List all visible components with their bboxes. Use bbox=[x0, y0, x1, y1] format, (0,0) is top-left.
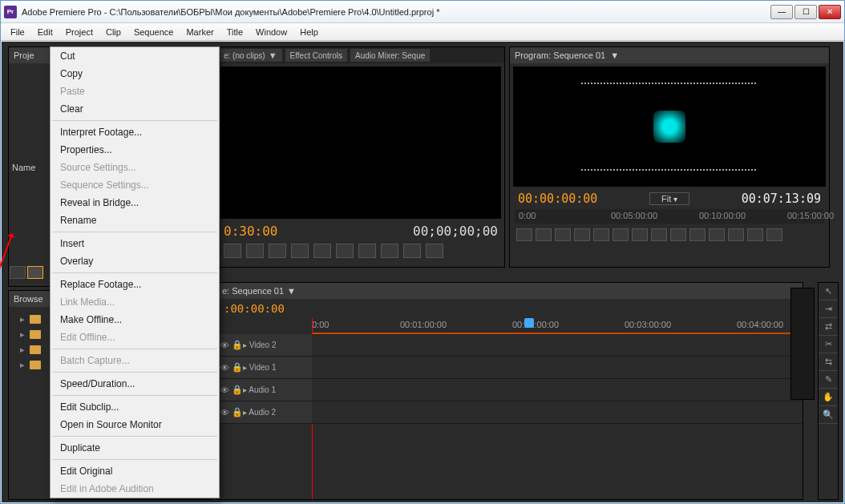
track-body[interactable] bbox=[312, 379, 803, 401]
source-tab[interactable]: Audio Mixer: Seque bbox=[350, 49, 430, 62]
menu-help[interactable]: Help bbox=[293, 26, 325, 38]
track-row[interactable]: 👁🔒 ▸ Video 1 bbox=[217, 357, 803, 379]
audio-meter bbox=[790, 288, 815, 400]
step-fwd-button[interactable] bbox=[336, 244, 354, 258]
context-menu-item[interactable]: Edit Original bbox=[51, 462, 219, 480]
source-viewer[interactable] bbox=[220, 67, 501, 219]
loop-button[interactable] bbox=[381, 244, 398, 258]
step-back-button[interactable] bbox=[291, 244, 309, 258]
context-menu-item[interactable]: Make Offline... bbox=[51, 311, 219, 329]
context-menu-item: Source Settings... bbox=[51, 159, 219, 176]
track-header[interactable]: 👁🔒 ▸ Video 1 bbox=[217, 357, 312, 378]
track-row[interactable]: 👁🔒 ▸ Video 2 bbox=[217, 334, 803, 357]
prog-trim-button[interactable] bbox=[766, 228, 782, 241]
source-tab[interactable]: Effect Controls bbox=[285, 49, 347, 62]
prog-unlink-button[interactable] bbox=[555, 228, 571, 241]
program-tab[interactable]: Program: Sequence 01 ▼ bbox=[510, 47, 829, 63]
track-select-tool[interactable]: ⇥ bbox=[819, 300, 838, 318]
play-button[interactable] bbox=[313, 244, 331, 258]
context-menu-item[interactable]: Cut bbox=[51, 47, 219, 65]
safe-margin-bottom bbox=[581, 169, 758, 171]
track-header[interactable]: 👁🔒 ▸ Video 2 bbox=[217, 334, 312, 356]
timeline-timecode[interactable]: :00:00:00 bbox=[217, 299, 803, 318]
ruler-mark: 00:04:00:00 bbox=[737, 320, 783, 329]
prog-extract-button[interactable] bbox=[747, 228, 763, 241]
context-menu-item[interactable]: Rename bbox=[51, 212, 219, 229]
pen-tool[interactable]: ✎ bbox=[819, 371, 838, 389]
goto-in-button[interactable] bbox=[269, 244, 286, 258]
menu-separator bbox=[52, 120, 217, 121]
overlay-button[interactable] bbox=[426, 244, 443, 258]
timeline-ruler[interactable]: 0:0000:01:00:0000:02:00:0000:03:00:0000:… bbox=[312, 318, 803, 334]
track-row[interactable]: 👁🔒 ▸ Audio 2 bbox=[217, 401, 803, 424]
prog-lift-button[interactable] bbox=[728, 228, 744, 241]
context-menu-item[interactable]: Properties... bbox=[51, 141, 219, 159]
prog-step-back-button[interactable] bbox=[593, 228, 609, 241]
program-ruler[interactable]: 0:0000:05:00:0000:10:00:0000:15:00:00 bbox=[515, 209, 824, 224]
set-out-button[interactable] bbox=[246, 244, 264, 258]
list-view-button[interactable] bbox=[10, 266, 26, 279]
context-menu-item[interactable]: Edit Subclip... bbox=[51, 398, 219, 416]
source-tab[interactable]: e: (no clips)▼ bbox=[219, 49, 282, 62]
menu-sequence[interactable]: Sequence bbox=[127, 26, 180, 38]
program-timecode-current[interactable]: 00:00:00:00 bbox=[518, 192, 597, 206]
track-header[interactable]: 👁🔒 ▸ Audio 1 bbox=[217, 379, 312, 401]
menu-title[interactable]: Title bbox=[220, 26, 249, 38]
icon-view-button[interactable] bbox=[27, 266, 43, 279]
prog-loop-button[interactable] bbox=[670, 228, 686, 241]
prog-step-fwd-button[interactable] bbox=[632, 228, 648, 241]
context-menu-item[interactable]: Interpret Footage... bbox=[51, 123, 219, 141]
menu-edit[interactable]: Edit bbox=[31, 26, 59, 38]
context-menu-item[interactable]: Clear bbox=[51, 100, 219, 118]
menu-separator bbox=[52, 232, 217, 232]
prog-goto-out-button[interactable] bbox=[651, 228, 667, 241]
maximize-button[interactable]: ☐ bbox=[794, 5, 817, 19]
slip-tool[interactable]: ⇆ bbox=[819, 353, 838, 371]
context-menu-item[interactable]: Speed/Duration... bbox=[51, 375, 219, 393]
prog-export-frame-button[interactable] bbox=[709, 228, 725, 241]
prog-in-button[interactable] bbox=[516, 228, 532, 241]
track-body[interactable] bbox=[312, 357, 803, 378]
zoom-fit-dropdown[interactable]: Fit ▾ bbox=[649, 192, 689, 205]
context-menu-item[interactable]: Open in Source Monitor bbox=[51, 416, 219, 433]
source-timecode-in[interactable]: 0:30:00 bbox=[224, 224, 277, 239]
menu-marker[interactable]: Marker bbox=[180, 26, 220, 38]
context-menu-item[interactable]: Insert bbox=[51, 235, 219, 252]
insert-button[interactable] bbox=[403, 244, 421, 258]
context-menu-item[interactable]: Copy bbox=[51, 65, 219, 83]
ripple-edit-tool[interactable]: ⇄ bbox=[819, 318, 838, 336]
hand-tool[interactable]: ✋ bbox=[819, 389, 838, 406]
close-button[interactable]: ✕ bbox=[819, 5, 841, 19]
menu-project[interactable]: Project bbox=[59, 26, 99, 38]
track-body[interactable] bbox=[312, 401, 803, 423]
zoom-tool[interactable]: 🔍 bbox=[819, 406, 838, 424]
prog-play-button[interactable] bbox=[613, 228, 629, 241]
context-menu-item[interactable]: Replace Footage... bbox=[51, 276, 219, 293]
ruler-mark: 00:03:00:00 bbox=[625, 320, 671, 329]
menu-window[interactable]: Window bbox=[249, 26, 293, 38]
set-in-button[interactable] bbox=[224, 244, 241, 258]
menu-file[interactable]: File bbox=[4, 26, 31, 38]
program-viewer[interactable] bbox=[513, 67, 826, 187]
menu-clip[interactable]: Clip bbox=[99, 26, 127, 38]
track-body[interactable] bbox=[312, 334, 803, 356]
selection-tool[interactable]: ↖ bbox=[819, 283, 838, 300]
titlebar[interactable]: Pr Adobe Premiere Pro - C:\Пользователи\… bbox=[1, 1, 844, 23]
ruler-mark: 0:00 bbox=[312, 320, 329, 329]
goto-out-button[interactable] bbox=[358, 244, 376, 258]
context-menu-item[interactable]: Reveal in Bridge... bbox=[51, 194, 219, 212]
tool-panel: ↖ ⇥ ⇄ ✂ ⇆ ✎ ✋ 🔍 bbox=[818, 282, 839, 500]
context-menu-item[interactable]: Duplicate bbox=[51, 439, 219, 457]
track-header[interactable]: 👁🔒 ▸ Audio 2 bbox=[217, 401, 312, 423]
playhead-icon[interactable] bbox=[524, 318, 534, 328]
context-menu-item[interactable]: Overlay bbox=[51, 252, 219, 270]
prog-out-button[interactable] bbox=[536, 228, 552, 241]
prog-goto-in-button[interactable] bbox=[574, 228, 590, 241]
minimize-button[interactable]: — bbox=[770, 5, 793, 19]
prog-safe-margin-button[interactable] bbox=[689, 228, 706, 241]
track-row[interactable]: 👁🔒 ▸ Audio 1 bbox=[217, 379, 803, 401]
menubar: FileEditProjectClipSequenceMarkerTitleWi… bbox=[1, 23, 844, 41]
safe-margin-top bbox=[581, 83, 758, 84]
timeline-tab[interactable]: e: Sequence 01 ▼ bbox=[217, 283, 803, 299]
razor-tool[interactable]: ✂ bbox=[819, 336, 838, 353]
